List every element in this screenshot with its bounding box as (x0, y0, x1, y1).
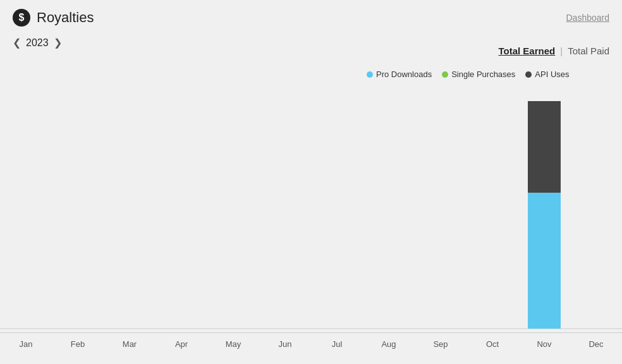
single-purchases-label: Single Purchases (451, 70, 515, 79)
prev-year-button[interactable]: ❮ (13, 37, 21, 49)
x-label-may: May (207, 339, 259, 349)
x-label-aug: Aug (363, 339, 415, 349)
toggle-separator: | (560, 46, 563, 56)
chart-svg (0, 88, 622, 332)
x-label-oct: Oct (466, 339, 518, 349)
page-title: Royalties (37, 9, 94, 26)
x-label-feb: Feb (52, 339, 104, 349)
pro-downloads-dot (367, 71, 373, 78)
header-left: $ Royalties (13, 9, 94, 27)
bar-api-nov (528, 101, 561, 193)
x-label-mar: Mar (104, 339, 156, 349)
dashboard-link[interactable]: Dashboard (566, 13, 610, 23)
legend-api-uses: API Uses (525, 70, 569, 79)
api-uses-label: API Uses (535, 70, 569, 79)
toggle-row: Total Earned | Total Paid (498, 46, 609, 56)
header: $ Royalties Dashboard (0, 0, 622, 33)
x-label-jun: Jun (259, 339, 311, 349)
pro-downloads-label: Pro Downloads (376, 70, 432, 79)
x-axis: Jan Feb Mar Apr May Jun Jul Aug Sep Oct … (0, 332, 622, 364)
legend-single-purchases: Single Purchases (442, 70, 515, 79)
legend-row: Pro Downloads Single Purchases API Uses (367, 70, 570, 79)
dollar-icon: $ (13, 9, 30, 27)
x-label-sep: Sep (415, 339, 466, 349)
legend-pro-downloads: Pro Downloads (367, 70, 432, 79)
api-uses-dot (525, 71, 532, 78)
x-label-jan: Jan (0, 339, 52, 349)
x-label-dec: Dec (570, 339, 622, 349)
total-paid-button[interactable]: Total Paid (568, 46, 609, 56)
single-purchases-dot (442, 71, 448, 78)
x-label-jul: Jul (311, 339, 363, 349)
x-label-apr: Apr (156, 339, 207, 349)
year-label: 2023 (26, 37, 49, 49)
next-year-button[interactable]: ❯ (54, 37, 62, 49)
bar-pro-nov (528, 193, 561, 329)
total-earned-button[interactable]: Total Earned (498, 46, 555, 56)
x-label-nov: Nov (518, 339, 570, 349)
chart-area (0, 88, 622, 332)
page: $ Royalties Dashboard ❮ 2023 ❯ Total Ear… (0, 0, 622, 364)
